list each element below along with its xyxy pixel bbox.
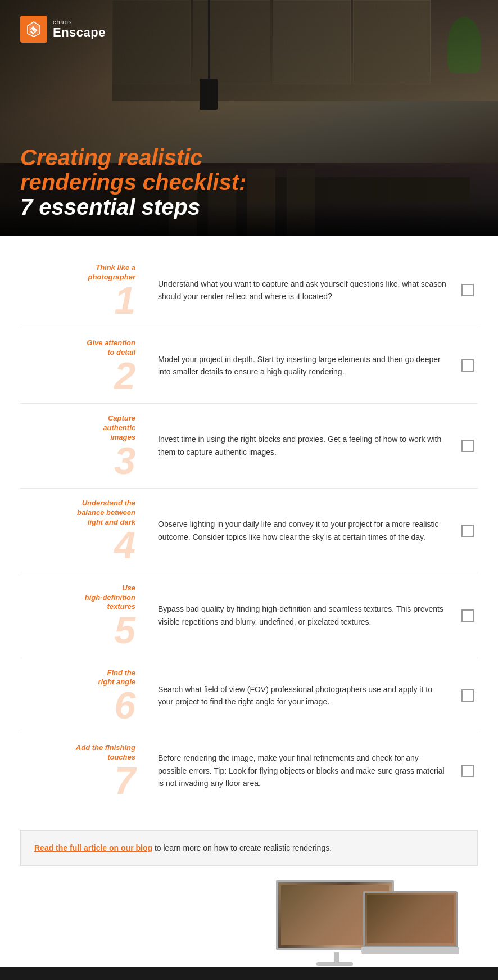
logo-text: chaos Enscape: [53, 19, 106, 40]
checkbox-col-3[interactable]: [458, 440, 478, 452]
checklist-section: Think like aphotographer 1 Understand wh…: [0, 236, 498, 825]
blog-article-link[interactable]: Read the full article on our blog: [34, 843, 152, 852]
checkbox-1[interactable]: [461, 284, 474, 296]
step-label-col-4: Understand thebalance betweenlight and d…: [20, 499, 141, 563]
step-content-5: Bypass bad quality by finding high-defin…: [141, 603, 458, 628]
checklist-item-7: Add the finishingtouches 7 Before render…: [20, 733, 478, 808]
step-label-col-7: Add the finishingtouches 7: [20, 743, 141, 798]
step-content-6: Search what field of view (FOV) professi…: [141, 683, 458, 708]
checklist-item-4: Understand thebalance betweenlight and d…: [20, 489, 478, 573]
title-line2: renderings checklist:: [20, 170, 246, 195]
step-number-4: 4: [114, 528, 135, 562]
step-number-3: 3: [114, 444, 135, 478]
step-content-1: Understand what you want to capture and …: [141, 278, 458, 303]
checkbox-col-5[interactable]: [458, 609, 478, 622]
blog-link-section: Read the full article on our blog to lea…: [20, 830, 478, 866]
step-number-6: 6: [114, 688, 135, 722]
step-label-col-6: Find theright angle 6: [20, 669, 141, 723]
step-content-7: Before rendering the image, make your fi…: [141, 752, 458, 789]
footer-devices-section: [0, 877, 498, 967]
checkbox-col-6[interactable]: [458, 689, 478, 702]
step-number-1: 1: [114, 283, 135, 318]
checklist-item-3: Captureauthenticimages 3 Invest time in …: [20, 404, 478, 489]
checkbox-6[interactable]: [461, 689, 474, 702]
laptop-device: [363, 891, 464, 964]
checkbox-4[interactable]: [461, 525, 474, 537]
checkbox-2[interactable]: [461, 359, 474, 372]
step-title-3: Captureauthenticimages: [103, 414, 135, 442]
checkbox-col-1[interactable]: [458, 284, 478, 296]
title-line1: Creating realistic: [20, 145, 246, 170]
step-number-5: 5: [114, 613, 135, 647]
step-label-col-3: Captureauthenticimages 3: [20, 414, 141, 478]
enscape-logo-icon: [20, 16, 47, 43]
checkbox-5[interactable]: [461, 609, 474, 622]
step-label-col-1: Think like aphotographer 1: [20, 263, 141, 318]
monitor-stand: [334, 952, 339, 963]
step-number-7: 7: [114, 764, 135, 798]
logo-area: chaos Enscape: [20, 16, 106, 43]
checkbox-col-2[interactable]: [458, 359, 478, 372]
step-label-col-2: Give attentionto detail 2: [20, 338, 141, 393]
step-content-4: Observe lighting in your daily life and …: [141, 518, 458, 543]
checklist-item-2: Give attentionto detail 2 Model your pro…: [20, 328, 478, 404]
checkbox-col-7[interactable]: [458, 765, 478, 777]
checkbox-col-4[interactable]: [458, 525, 478, 537]
title-line3: 7 essential steps: [20, 195, 246, 219]
checklist-item-1: Think like aphotographer 1 Understand wh…: [20, 253, 478, 328]
step-label-col-5: Usehigh-definitiontextures 5: [20, 584, 141, 648]
blog-rest-text: to learn more on how to create realistic…: [152, 843, 332, 852]
step-content-2: Model your project in depth. Start by in…: [141, 353, 458, 378]
laptop-base: [361, 947, 459, 954]
step-content-3: Invest time in using the right blocks an…: [141, 433, 458, 458]
svg-point-0: [32, 28, 35, 31]
step-number-2: 2: [114, 359, 135, 393]
step-title-5: Usehigh-definitiontextures: [85, 584, 135, 612]
checkbox-7[interactable]: [461, 765, 474, 777]
header-section: chaos Enscape Creating realistic renderi…: [0, 0, 498, 236]
checkbox-3[interactable]: [461, 440, 474, 452]
header-title: Creating realistic renderings checklist:…: [20, 145, 246, 219]
footer-bottom: chaos Get your 14-day free trial at chao…: [0, 967, 498, 980]
laptop-screen: [363, 891, 458, 947]
monitor-base: [316, 962, 353, 966]
checklist-item-6: Find theright angle 6 Search what field …: [20, 658, 478, 734]
checklist-item-5: Usehigh-definitiontextures 5 Bypass bad …: [20, 573, 478, 658]
step-title-4: Understand thebalance betweenlight and d…: [77, 499, 135, 527]
